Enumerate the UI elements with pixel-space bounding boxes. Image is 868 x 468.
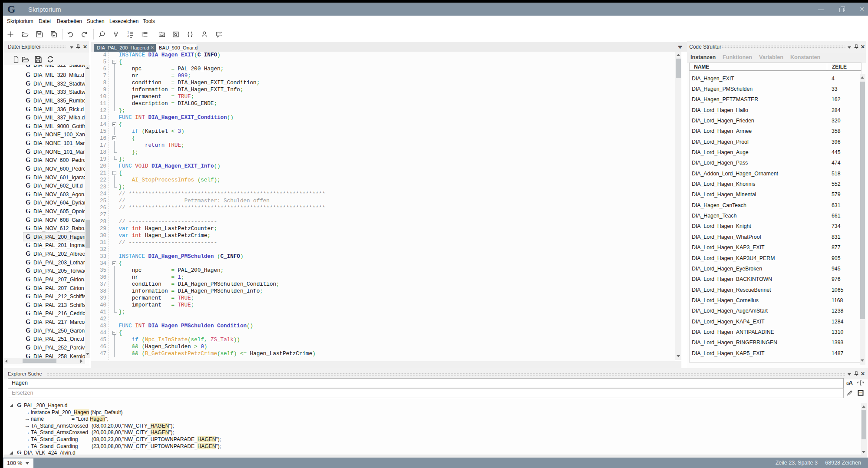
svg-text:1: 1 <box>128 31 129 34</box>
svg-text:2: 2 <box>128 34 129 37</box>
